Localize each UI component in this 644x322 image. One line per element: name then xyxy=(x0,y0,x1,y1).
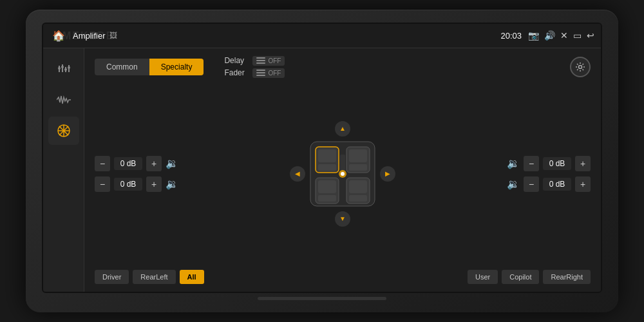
screen: MEKEDE 🏠 Amplifier 🖼 20:03 📷 🔊 ✕ ▭ ↩ xyxy=(42,23,602,293)
svg-point-5 xyxy=(61,66,64,68)
close-icon[interactable]: ✕ xyxy=(560,30,568,41)
vol-row-top-left: − 0 dB + 🔉 xyxy=(95,156,178,171)
vol-value-bottom-left: 0 dB xyxy=(114,178,142,191)
minimize-icon[interactable]: ▭ xyxy=(573,30,582,41)
device-slot xyxy=(258,297,386,300)
nav-right-arrow[interactable]: ▶ xyxy=(380,166,395,182)
vol-minus-top-right[interactable]: − xyxy=(524,156,539,171)
zone-rearright[interactable]: RearRight xyxy=(543,270,591,284)
content-panel: Common Specialty Delay xyxy=(84,48,601,292)
speaker-icon-top-right: 🔉 xyxy=(507,157,520,169)
vol-value-top-right: 0 dB xyxy=(543,157,571,170)
svg-rect-20 xyxy=(349,164,367,171)
seat-diagram-inner: ▲ ▼ ◀ ▶ xyxy=(291,122,394,225)
seat-diagram: ▲ ▼ ◀ ▶ xyxy=(184,122,502,225)
nav-left-arrow[interactable]: ◀ xyxy=(290,166,305,182)
back-icon[interactable]: ↩ xyxy=(587,30,594,41)
vol-row-bottom-right: 🔉 − 0 dB + xyxy=(507,176,591,192)
svg-point-4 xyxy=(58,67,61,70)
svg-point-6 xyxy=(64,68,67,71)
svg-rect-17 xyxy=(318,164,336,171)
volume-icon[interactable]: 🔊 xyxy=(544,30,555,41)
vol-plus-bottom-right[interactable]: + xyxy=(575,176,591,192)
svg-rect-23 xyxy=(318,180,336,193)
fader-state: OFF xyxy=(268,70,281,77)
main-content: Common Specialty Delay xyxy=(43,48,601,292)
vol-minus-bottom-left[interactable]: − xyxy=(95,176,110,192)
tab-common[interactable]: Common xyxy=(95,59,149,75)
toggle-lines-fader-icon xyxy=(256,70,265,76)
vol-minus-bottom-right[interactable]: − xyxy=(524,176,539,192)
vol-minus-top-left[interactable]: − xyxy=(95,156,110,171)
zone-row: Driver RearLeft All User Copilot RearRig… xyxy=(95,270,591,284)
zone-all[interactable]: All xyxy=(180,270,204,284)
svg-rect-16 xyxy=(318,149,336,162)
vol-plus-top-left[interactable]: + xyxy=(146,156,162,171)
speaker-icon-bottom-left: 🔉 xyxy=(166,178,178,190)
speaker-icon-bottom-right: 🔉 xyxy=(507,178,520,190)
vol-col-left: − 0 dB + 🔉 − 0 dB + 🔉 xyxy=(95,156,178,192)
speaker-icon-top-left: 🔉 xyxy=(166,157,178,169)
zone-copilot[interactable]: Copilot xyxy=(502,270,539,284)
vol-row-top-right: 🔉 − 0 dB + xyxy=(507,156,591,171)
svg-rect-26 xyxy=(349,180,367,193)
zone-rearleft[interactable]: RearLeft xyxy=(133,270,175,284)
nav-up-arrow[interactable]: ▲ xyxy=(335,121,350,137)
svg-rect-27 xyxy=(349,195,367,202)
status-bar: 🏠 Amplifier 🖼 20:03 📷 🔊 ✕ ▭ ↩ xyxy=(43,24,601,48)
delay-row: Delay OFF xyxy=(224,56,285,66)
home-button[interactable]: 🏠 xyxy=(50,26,68,44)
delay-label: Delay xyxy=(224,56,247,65)
tab-specialty[interactable]: Specialty xyxy=(149,59,204,75)
sidebar-item-speakers[interactable] xyxy=(48,117,79,145)
gear-button[interactable] xyxy=(570,57,591,77)
app-title: Amplifier xyxy=(73,31,106,41)
sidebar-item-equalizer[interactable] xyxy=(48,55,79,83)
zone-right: User Copilot RearRight xyxy=(468,270,591,284)
delay-toggle[interactable]: OFF xyxy=(252,56,285,66)
middle-section: − 0 dB + 🔉 − 0 dB + 🔉 xyxy=(95,84,591,263)
device-outer: MEKEDE 🏠 Amplifier 🖼 20:03 📷 🔊 ✕ ▭ ↩ xyxy=(26,10,618,312)
status-time: 20:03 xyxy=(500,31,522,41)
status-icons: 📷 🔊 ✕ ▭ ↩ xyxy=(528,30,594,41)
vol-value-bottom-right: 0 dB xyxy=(543,178,571,191)
delay-fader-section: Delay OFF Fader xyxy=(224,56,285,78)
image-icon: 🖼 xyxy=(109,31,117,40)
fader-toggle[interactable]: OFF xyxy=(252,68,285,78)
vol-value-top-left: 0 dB xyxy=(114,157,142,170)
tab-group: Common Specialty xyxy=(95,59,204,75)
delay-state: OFF xyxy=(268,57,281,64)
nav-down-arrow[interactable]: ▼ xyxy=(335,211,350,227)
svg-point-7 xyxy=(68,66,70,69)
zone-left: Driver RearLeft All xyxy=(95,270,204,284)
zone-user[interactable]: User xyxy=(468,270,498,284)
svg-rect-19 xyxy=(349,149,367,162)
seats-svg xyxy=(291,122,394,225)
vol-col-right: 🔉 − 0 dB + 🔉 − 0 dB + xyxy=(507,156,591,192)
zone-driver[interactable]: Driver xyxy=(95,270,129,284)
top-row: Common Specialty Delay xyxy=(95,56,591,78)
svg-rect-24 xyxy=(318,195,336,202)
camera-icon[interactable]: 📷 xyxy=(528,30,539,41)
fader-row: Fader OFF xyxy=(224,68,285,78)
sidebar xyxy=(43,48,84,292)
svg-point-29 xyxy=(341,172,345,176)
sidebar-item-waveform[interactable] xyxy=(48,86,79,114)
vol-plus-top-right[interactable]: + xyxy=(575,156,591,171)
vol-row-bottom-left: − 0 dB + 🔉 xyxy=(95,176,178,192)
svg-point-13 xyxy=(579,65,582,68)
vol-plus-bottom-left[interactable]: + xyxy=(146,176,162,192)
fader-label: Fader xyxy=(224,68,247,77)
toggle-lines-icon xyxy=(256,57,265,64)
